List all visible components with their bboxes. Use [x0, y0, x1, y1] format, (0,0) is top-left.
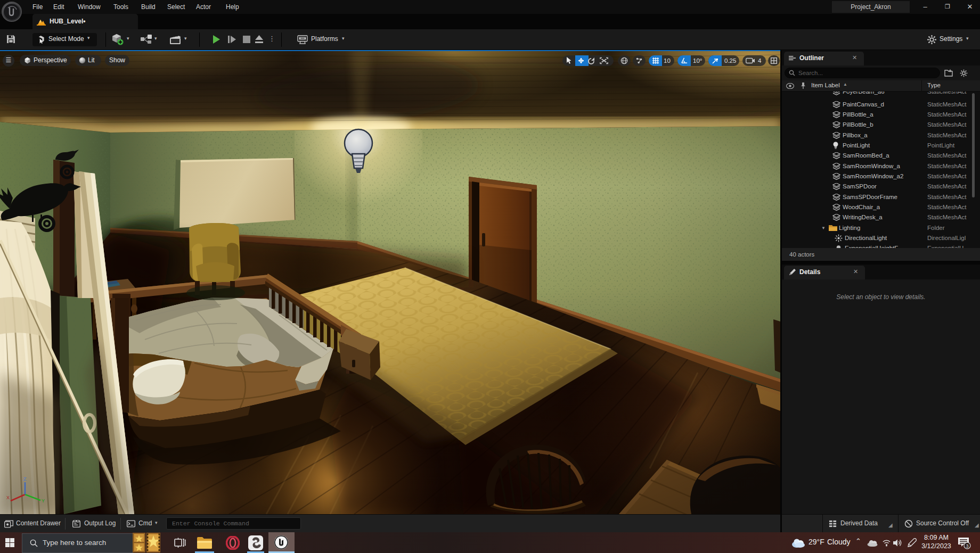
svg-text:3: 3: [966, 543, 968, 549]
